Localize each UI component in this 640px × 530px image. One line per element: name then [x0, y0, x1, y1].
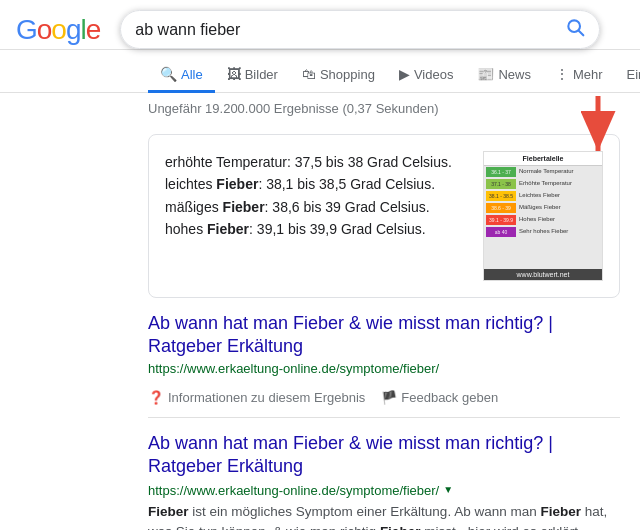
logo-letter-e: e — [86, 14, 101, 45]
news-icon: 📰 — [477, 66, 494, 82]
tab-einstellungen-label: Einstellungen — [627, 67, 640, 82]
tab-alle-label: Alle — [181, 67, 203, 82]
feedback-item[interactable]: 🏴 Feedback geben — [381, 390, 498, 405]
result-1-title[interactable]: Ab wann hat man Fieber & wie misst man r… — [148, 433, 553, 476]
mehr-icon: ⋮ — [555, 66, 569, 82]
main-content: erhöhte Temperatur: 37,5 bis 38 Grad Cel… — [0, 134, 640, 530]
search-icon — [565, 17, 585, 37]
result-1-dropdown-arrow[interactable]: ▼ — [443, 484, 453, 495]
logo-letter-g2: g — [66, 14, 81, 45]
thermo-row-massiges: 38.6 - 39 Mäßiges Fieber — [484, 202, 602, 214]
result-1-url-row: https://www.erkaeltung-online.de/symptom… — [148, 481, 620, 498]
result-1-url: https://www.erkaeltung-online.de/symptom… — [148, 483, 439, 498]
thermometer-chart: Fiebertalelle 36.1 - 37 Normale Temperat… — [483, 151, 603, 281]
header: Google ab wann fieber — [0, 0, 640, 50]
snippet-image: Fiebertalelle 36.1 - 37 Normale Temperat… — [483, 151, 603, 281]
thermo-row-sehr-hohes: ab 40 Sehr hohes Fieber — [484, 226, 602, 238]
tabs-nav: 🔍 Alle 🖼 Bilder 🛍 Shopping ▶ Videos 📰 Ne… — [0, 50, 640, 93]
thermo-title: Fiebertalelle — [484, 152, 602, 166]
logo-letter-o1: o — [37, 14, 52, 45]
featured-snippet: erhöhte Temperatur: 37,5 bis 38 Grad Cel… — [148, 134, 620, 298]
tab-mehr[interactable]: ⋮ Mehr — [543, 58, 615, 93]
tab-bilder[interactable]: 🖼 Bilder — [215, 58, 290, 93]
thermo-row-leichtes: 38.1 - 38.5 Leichtes Fieber — [484, 190, 602, 202]
bilder-icon: 🖼 — [227, 66, 241, 82]
search-result-1: Ab wann hat man Fieber & wie misst man r… — [148, 418, 620, 530]
snippet-text: erhöhte Temperatur: 37,5 bis 38 Grad Cel… — [165, 151, 467, 281]
google-logo: Google — [16, 14, 100, 46]
thermo-row-erhoht: 37.1 - 38 Erhöhte Temperatur — [484, 178, 602, 190]
tab-bilder-label: Bilder — [245, 67, 278, 82]
info-text: Informationen zu diesem Ergebnis — [168, 390, 365, 405]
tab-videos-label: Videos — [414, 67, 454, 82]
tab-shopping-label: Shopping — [320, 67, 375, 82]
search-input[interactable]: ab wann fieber — [135, 21, 557, 39]
search-box[interactable]: ab wann fieber — [120, 10, 600, 49]
feedback-text: Feedback geben — [401, 390, 498, 405]
logo-letter-o2: o — [51, 14, 66, 45]
snippet-result-title[interactable]: Ab wann hat man Fieber & wie misst man r… — [148, 313, 553, 356]
info-item[interactable]: ❓ Informationen zu diesem Ergebnis — [148, 390, 365, 405]
alle-icon: 🔍 — [160, 66, 177, 82]
results-info: Ungefähr 19.200.000 Ergebnisse (0,37 Sek… — [0, 93, 640, 124]
shopping-icon: 🛍 — [302, 66, 316, 82]
info-icon: ❓ — [148, 390, 164, 405]
result-1-snippet: Fieber ist ein mögliches Symptom einer E… — [148, 502, 620, 530]
tab-shopping[interactable]: 🛍 Shopping — [290, 58, 387, 93]
logo-letter-g: G — [16, 14, 37, 45]
snippet-link-area: Ab wann hat man Fieber & wie misst man r… — [148, 308, 620, 384]
tab-mehr-label: Mehr — [573, 67, 603, 82]
info-bar: ❓ Informationen zu diesem Ergebnis 🏴 Fee… — [148, 384, 620, 418]
tab-alle[interactable]: 🔍 Alle — [148, 58, 215, 93]
tab-news[interactable]: 📰 News — [465, 58, 543, 93]
snippet-result-url: https://www.erkaeltung-online.de/symptom… — [148, 361, 620, 376]
search-button[interactable] — [557, 17, 585, 42]
tab-einstellungen[interactable]: Einstellungen — [615, 59, 640, 93]
tab-videos[interactable]: ▶ Videos — [387, 58, 466, 93]
videos-icon: ▶ — [399, 66, 410, 82]
svg-line-1 — [579, 31, 584, 36]
image-watermark: www.blutwert.net — [484, 269, 602, 280]
thermo-row-hohes: 39.1 - 39.9 Hohes Fieber — [484, 214, 602, 226]
feedback-icon: 🏴 — [381, 390, 397, 405]
thermo-row-normal: 36.1 - 37 Normale Temperatur — [484, 166, 602, 178]
tab-news-label: News — [498, 67, 531, 82]
